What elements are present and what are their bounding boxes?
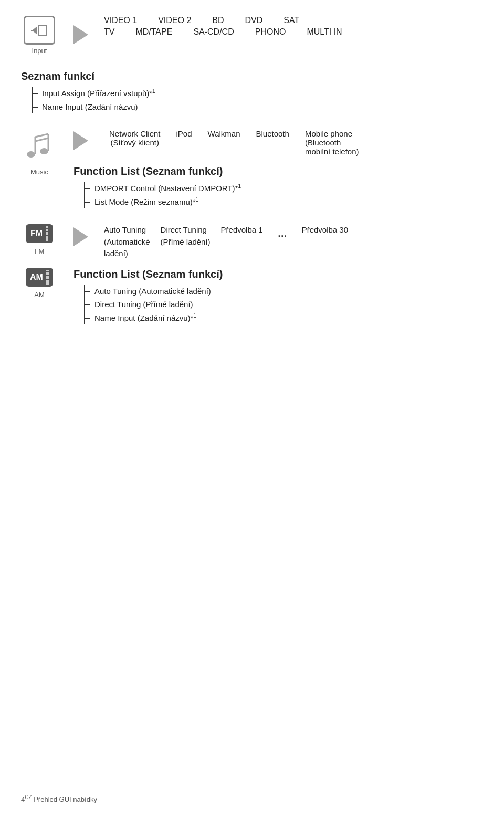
input-tree-list: Input Assign (Přiřazení vstupů)*1 Name I… [32, 87, 483, 113]
fm-tree-item-1: Auto Tuning (Automatické ladění) [90, 285, 483, 298]
fm-sources-row: Auto Tuning (Automatické ladění) Direct … [74, 224, 483, 260]
input-phono: PHONO [255, 27, 286, 37]
input-label: Input [32, 47, 47, 55]
input-sacdcd: SA-CD/CD [193, 27, 234, 37]
music-section-title: Function List (Seznam funkcí) [74, 165, 483, 177]
music-icon-svg [24, 129, 55, 162]
footer-text: Přehled GUI nabídky [34, 795, 97, 803]
input-items: VIDEO 1 VIDEO 2 BD DVD SAT TV MD/TAPE SA… [104, 16, 342, 37]
svg-point-3 [27, 151, 35, 158]
fm-label: FM [35, 247, 45, 255]
am-badge: AM [26, 268, 53, 287]
music-arrow-icon [74, 131, 88, 150]
input-bd: BD [212, 16, 224, 25]
fm-bar-3 [46, 232, 48, 235]
input-tree-item-1: Input Assign (Přiřazení vstupů)*1 [38, 87, 483, 100]
music-tree-item-1: DMPORT Control (Nastavení DMPORT)*1 [90, 182, 483, 195]
fm-content: Auto Tuning (Automatické ladění) Direct … [74, 224, 483, 324]
source-mobile-phone: Mobile phone(Bluetoothmobilní telefon) [305, 129, 359, 156]
fm-am-section: FM FM AM AM [21, 224, 483, 324]
fm-bar-4 [46, 236, 48, 241]
source-auto-tuning: Auto Tuning (Automatické ladění) [104, 224, 150, 260]
source-direct-tuning: Direct Tuning (Přímé ladění) [161, 224, 211, 248]
input-icon-wrap: Input [21, 16, 58, 55]
am-bar-3 [46, 276, 49, 279]
input-sat: SAT [284, 16, 299, 25]
am-bar-2 [46, 272, 49, 275]
music-section: Music Network Client(Síťový klient) iPod… [21, 129, 483, 208]
input-section: Input VIDEO 1 VIDEO 2 BD DVD SAT TV MD/T… [21, 16, 483, 55]
input-icon [29, 20, 50, 41]
fm-tree-item-2: Direct Tuning (Přímé ladění) [90, 298, 483, 311]
am-bar-4 [46, 280, 49, 285]
input-seznam-funkcí: Seznam funkcí Input Assign (Přiřazení vs… [21, 70, 483, 113]
input-row2: TV MD/TAPE SA-CD/CD PHONO MULTI IN [104, 27, 342, 37]
am-signal-bars [46, 270, 49, 285]
music-tree-item-2: List Mode (Režim seznamu)*1 [90, 195, 483, 209]
input-video1: VIDEO 1 [104, 16, 137, 25]
input-section-title: Seznam funkcí [21, 70, 483, 82]
music-note-icon [24, 129, 55, 166]
source-predvolba30: Předvolba 30 [302, 224, 348, 236]
input-icon-box [24, 16, 55, 45]
fm-badge-label: FM [30, 229, 43, 238]
music-icon-wrap: Music [21, 129, 58, 176]
fm-badge: FM [26, 224, 53, 243]
svg-line-7 [35, 134, 48, 137]
fm-signal-bars [46, 226, 48, 241]
am-label: AM [34, 291, 45, 299]
input-video2: VIDEO 2 [158, 16, 191, 25]
fm-tree-list: Auto Tuning (Automatické ladění) Direct … [84, 285, 483, 325]
footer-superscript: CZ [25, 794, 32, 800]
fm-am-icon-stack: FM FM AM AM [21, 224, 58, 299]
music-tree-list: DMPORT Control (Nastavení DMPORT)*1 List… [84, 182, 483, 208]
music-content: Network Client(Síťový klient) iPod Walkm… [74, 129, 483, 208]
input-arrow-icon [74, 25, 88, 44]
input-tree-item-2: Name Input (Zadání názvu) [38, 100, 483, 114]
fm-tree-item-3: Name Input (Zadání názvu)*1 [90, 311, 483, 325]
footer: 4CZ Přehled GUI nabídky [21, 794, 97, 803]
music-label: Music [30, 168, 48, 176]
music-sources-row: Network Client(Síťový klient) iPod Walkm… [74, 129, 483, 156]
fm-bar-2 [46, 229, 48, 231]
source-bluetooth: Bluetooth [256, 129, 289, 138]
svg-line-8 [35, 138, 48, 141]
svg-rect-0 [38, 25, 47, 36]
am-bar-1 [46, 270, 49, 271]
input-mdtape: MD/TAPE [135, 27, 172, 37]
source-predvolba1: Předvolba 1 [221, 224, 263, 236]
source-network-client: Network Client(Síťový klient) [109, 129, 161, 147]
input-dvd: DVD [245, 16, 263, 25]
ellipsis: … [278, 224, 287, 243]
fm-bar-1 [46, 226, 48, 228]
input-row1: VIDEO 1 VIDEO 2 BD DVD SAT [104, 16, 342, 25]
input-tv: TV [104, 27, 114, 37]
source-ipod: iPod [176, 129, 192, 138]
am-badge-label: AM [30, 272, 43, 282]
fm-section-title: Function List (Seznam funkcí) [74, 268, 483, 280]
svg-point-4 [40, 148, 48, 154]
input-multiin: MULTI IN [307, 27, 342, 37]
fm-arrow-icon [74, 227, 88, 246]
source-walkman: Walkman [208, 129, 240, 138]
